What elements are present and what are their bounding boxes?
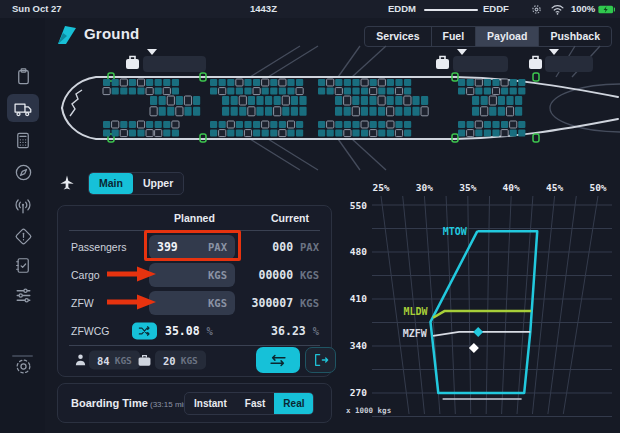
- seat[interactable]: [352, 107, 359, 116]
- seat[interactable]: [370, 88, 377, 95]
- seat[interactable]: [498, 96, 505, 105]
- sidebar-item-navigation[interactable]: [7, 158, 39, 186]
- aircraft-seat-map[interactable]: [45, 42, 620, 172]
- seat[interactable]: [210, 88, 217, 95]
- seat[interactable]: [344, 121, 351, 128]
- per-pax-weight-box[interactable]: 84KGS: [89, 351, 140, 370]
- seat[interactable]: [129, 79, 136, 86]
- seat[interactable]: [369, 96, 376, 105]
- seat[interactable]: [467, 88, 474, 95]
- seat[interactable]: [498, 107, 505, 116]
- seat[interactable]: [510, 130, 517, 137]
- seat[interactable]: [296, 130, 303, 137]
- seat[interactable]: [112, 88, 119, 95]
- seat[interactable]: [387, 107, 394, 116]
- seat[interactable]: [395, 79, 402, 86]
- sidebar-item-performance[interactable]: [7, 126, 39, 154]
- seat[interactable]: [378, 121, 385, 128]
- seat[interactable]: [510, 79, 517, 86]
- seat[interactable]: [299, 107, 306, 116]
- seat[interactable]: [219, 79, 226, 86]
- seat[interactable]: [361, 107, 368, 116]
- seat[interactable]: [236, 79, 243, 86]
- seat[interactable]: [129, 130, 136, 137]
- seat[interactable]: [236, 88, 243, 95]
- seat[interactable]: [335, 121, 342, 128]
- seat[interactable]: [146, 130, 153, 137]
- seat[interactable]: [244, 130, 251, 137]
- sidebar-item-presets[interactable]: [7, 281, 39, 309]
- seat[interactable]: [467, 79, 474, 86]
- seat[interactable]: [492, 130, 499, 137]
- seat[interactable]: [335, 107, 342, 116]
- deboard-button[interactable]: [305, 347, 336, 373]
- seat[interactable]: [335, 79, 342, 86]
- seat[interactable]: [146, 79, 153, 86]
- seat[interactable]: [492, 88, 499, 95]
- seat[interactable]: [176, 96, 183, 105]
- seat[interactable]: [318, 79, 325, 86]
- seat[interactable]: [270, 79, 277, 86]
- seat[interactable]: [475, 130, 482, 137]
- seat[interactable]: [378, 107, 385, 116]
- seat[interactable]: [344, 107, 351, 116]
- seat[interactable]: [352, 96, 359, 105]
- seat[interactable]: [256, 96, 263, 105]
- seat[interactable]: [172, 88, 179, 95]
- seat[interactable]: [484, 79, 491, 86]
- seat[interactable]: [265, 96, 272, 105]
- seat[interactable]: [274, 96, 281, 105]
- seat[interactable]: [262, 88, 269, 95]
- seat[interactable]: [137, 79, 144, 86]
- seat[interactable]: [129, 88, 136, 95]
- seat[interactable]: [404, 107, 411, 116]
- seat[interactable]: [395, 96, 402, 105]
- seat[interactable]: [291, 107, 298, 116]
- cargo-station-input[interactable]: [453, 56, 508, 72]
- seat[interactable]: [395, 107, 402, 116]
- seat[interactable]: [262, 121, 269, 128]
- seat[interactable]: [481, 107, 488, 116]
- seat[interactable]: [112, 121, 119, 128]
- seat[interactable]: [137, 121, 144, 128]
- seat[interactable]: [287, 79, 294, 86]
- seat[interactable]: [282, 96, 289, 105]
- seat[interactable]: [318, 121, 325, 128]
- seat[interactable]: [239, 96, 246, 105]
- seat[interactable]: [492, 121, 499, 128]
- seat[interactable]: [387, 88, 394, 95]
- seat[interactable]: [184, 107, 191, 116]
- seat[interactable]: [236, 130, 243, 137]
- seat[interactable]: [467, 130, 474, 137]
- seat[interactable]: [163, 88, 170, 95]
- seat[interactable]: [361, 121, 368, 128]
- seat[interactable]: [167, 96, 174, 105]
- seat[interactable]: [210, 79, 217, 86]
- seat[interactable]: [472, 96, 479, 105]
- seat[interactable]: [248, 96, 255, 105]
- sidebar-item-atc[interactable]: [7, 192, 39, 220]
- board-button[interactable]: [256, 347, 300, 373]
- seat[interactable]: [404, 96, 411, 105]
- seat[interactable]: [120, 88, 127, 95]
- seat[interactable]: [484, 121, 491, 128]
- seat[interactable]: [103, 130, 110, 137]
- seat[interactable]: [296, 121, 303, 128]
- seat[interactable]: [274, 107, 281, 116]
- seat[interactable]: [227, 88, 234, 95]
- seat[interactable]: [222, 96, 229, 105]
- seat[interactable]: [518, 121, 525, 128]
- seat[interactable]: [352, 130, 359, 137]
- seat[interactable]: [421, 96, 428, 105]
- seat[interactable]: [244, 79, 251, 86]
- seat[interactable]: [421, 107, 428, 116]
- seat[interactable]: [404, 130, 411, 137]
- seat[interactable]: [222, 107, 229, 116]
- seat[interactable]: [352, 88, 359, 95]
- seat[interactable]: [344, 130, 351, 137]
- seat[interactable]: [137, 88, 144, 95]
- seat[interactable]: [370, 121, 377, 128]
- seat[interactable]: [387, 79, 394, 86]
- seat[interactable]: [404, 121, 411, 128]
- seat[interactable]: [159, 96, 166, 105]
